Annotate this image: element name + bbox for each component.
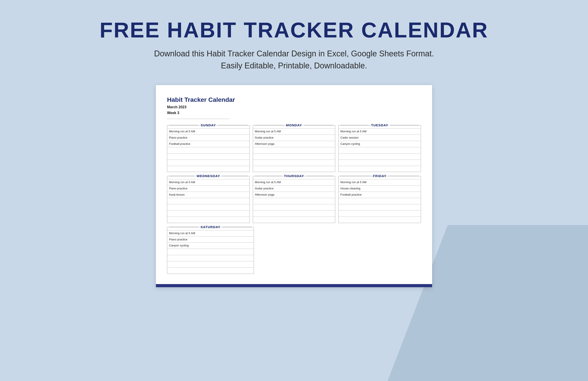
thursday-row-2: Guitar practice — [253, 185, 335, 192]
tuesday-row-4 — [338, 147, 421, 153]
calendar-card: Habit Tracker Calendar March 2023 Week 3… — [156, 85, 432, 287]
wednesday-row-3: Kanji lesson — [167, 192, 250, 198]
page-title: FREE HABIT TRACKER CALENDAR — [100, 18, 488, 42]
friday-row-2: House cleaning — [338, 185, 421, 192]
calendar-title: Habit Tracker Calendar — [167, 96, 421, 103]
tuesday-row-3: Canyon cycling — [338, 141, 421, 147]
thursday-line-right — [306, 176, 333, 176]
tuesday-row-2: Cadio session — [338, 135, 421, 141]
sunday-row-6 — [167, 160, 250, 166]
header-divider — [167, 119, 230, 119]
week-row-1: SUNDAY Morning run at 5 AM Piano practic… — [167, 125, 421, 172]
friday-content: Morning run at 5 AM House cleaning Footb… — [338, 178, 421, 223]
monday-row-2: Guitar practice — [253, 135, 335, 141]
monday-block: MONDAY Morning run at 5 AM Guitar practi… — [253, 125, 336, 172]
sunday-label: SUNDAY — [198, 123, 218, 127]
tuesday-line-right — [390, 125, 419, 125]
friday-row-4 — [338, 198, 421, 204]
thursday-row-1: Morning run at 5 AM — [253, 179, 335, 185]
wednesday-content: Morning run at 5 AM Piano practice Kanji… — [167, 178, 250, 223]
week-row-3: SATURDAY Morning run at 5 AM Piano pract… — [167, 227, 421, 274]
tuesday-block: TUESDAY Morning run at 5 AM Cadio sessio… — [338, 125, 421, 172]
tuesday-content: Morning run at 5 AM Cadio session Canyon… — [338, 127, 421, 172]
wednesday-row-5 — [167, 204, 250, 210]
wednesday-line-right — [222, 176, 248, 176]
tuesday-line-left — [340, 125, 369, 125]
saturday-row-4 — [167, 249, 254, 255]
sunday-row-1: Morning run at 5 AM — [167, 128, 250, 135]
monday-row-7 — [253, 166, 335, 172]
wednesday-block: WEDNESDAY Morning run at 5 AM Piano prac… — [167, 176, 250, 223]
thursday-label: THURSDAY — [282, 174, 306, 178]
tuesday-row-1: Morning run at 5 AM — [338, 128, 421, 135]
saturday-row-3: Canyon cycling — [167, 242, 254, 249]
wednesday-label: WEDNESDAY — [194, 174, 222, 178]
tuesday-row-7 — [338, 166, 421, 172]
saturday-row-1: Morning run at 5 AM — [167, 230, 254, 236]
thursday-row-7 — [253, 217, 335, 223]
saturday-row-2: Piano practice — [167, 236, 254, 243]
wednesday-row-7 — [167, 217, 250, 223]
thursday-row-6 — [253, 210, 335, 217]
thursday-content: Morning run at 5 AM Guitar practice Afte… — [253, 178, 335, 223]
sunday-line-left — [169, 125, 198, 125]
saturday-line-right — [223, 227, 252, 227]
sunday-row-2: Piano practice — [167, 135, 250, 141]
sunday-row-5 — [167, 153, 250, 160]
calendar-month: March 2023 — [167, 104, 421, 110]
page-subtitle: Download this Habit Tracker Calendar Des… — [154, 48, 434, 72]
monday-row-1: Morning run at 5 AM — [253, 128, 335, 135]
monday-row-6 — [253, 160, 335, 166]
sunday-block: SUNDAY Morning run at 5 AM Piano practic… — [167, 125, 250, 172]
friday-label: FRIDAY — [371, 174, 388, 178]
monday-label: MONDAY — [284, 123, 304, 127]
monday-line-right — [304, 125, 334, 125]
page-container: FREE HABIT TRACKER CALENDAR Download thi… — [0, 0, 588, 287]
friday-row-7 — [338, 217, 421, 223]
saturday-block: SATURDAY Morning run at 5 AM Piano pract… — [167, 227, 254, 274]
tuesday-row-6 — [338, 160, 421, 166]
monday-row-5 — [253, 153, 335, 160]
friday-line-left — [340, 176, 371, 176]
monday-row-3: Afternoon yoga — [253, 141, 335, 147]
tuesday-label: TUESDAY — [369, 123, 390, 127]
friday-row-5 — [338, 204, 421, 210]
sunday-row-7 — [167, 166, 250, 172]
thursday-row-4 — [253, 198, 335, 204]
saturday-row-6 — [167, 261, 254, 267]
thursday-row-3: Afternoon yoga — [253, 192, 335, 198]
monday-content: Morning run at 5 AM Guitar practice Afte… — [253, 127, 335, 172]
saturday-row-5 — [167, 255, 254, 261]
friday-row-1: Morning run at 5 AM — [338, 179, 421, 185]
friday-row-6 — [338, 210, 421, 217]
monday-row-4 — [253, 147, 335, 153]
thursday-row-5 — [253, 204, 335, 210]
saturday-content: Morning run at 5 AM Piano practice Canyo… — [167, 229, 254, 274]
week-row-2: WEDNESDAY Morning run at 5 AM Piano prac… — [167, 176, 421, 223]
wednesday-row-1: Morning run at 5 AM — [167, 179, 250, 185]
sunday-line-right — [218, 125, 248, 125]
saturday-label: SATURDAY — [198, 225, 223, 229]
friday-row-3: Football practice — [338, 192, 421, 198]
saturday-row-7 — [167, 267, 254, 274]
monday-line-left — [255, 125, 284, 125]
wednesday-row-6 — [167, 210, 250, 217]
friday-line-right — [389, 176, 419, 176]
sunday-content: Morning run at 5 AM Piano practice Footb… — [167, 127, 250, 172]
wednesday-line-left — [169, 176, 194, 176]
thursday-line-left — [255, 176, 282, 176]
sunday-row-4 — [167, 147, 250, 153]
friday-block: FRIDAY Morning run at 5 AM House cleanin… — [338, 176, 421, 223]
saturday-line-left — [169, 227, 198, 227]
tuesday-row-5 — [338, 153, 421, 160]
wednesday-row-2: Piano practice — [167, 185, 250, 192]
wednesday-row-4 — [167, 198, 250, 204]
calendar-week: Week 3 — [167, 110, 421, 116]
thursday-block: THURSDAY Morning run at 5 AM Guitar prac… — [253, 176, 336, 223]
sunday-row-3: Football practice — [167, 141, 250, 147]
